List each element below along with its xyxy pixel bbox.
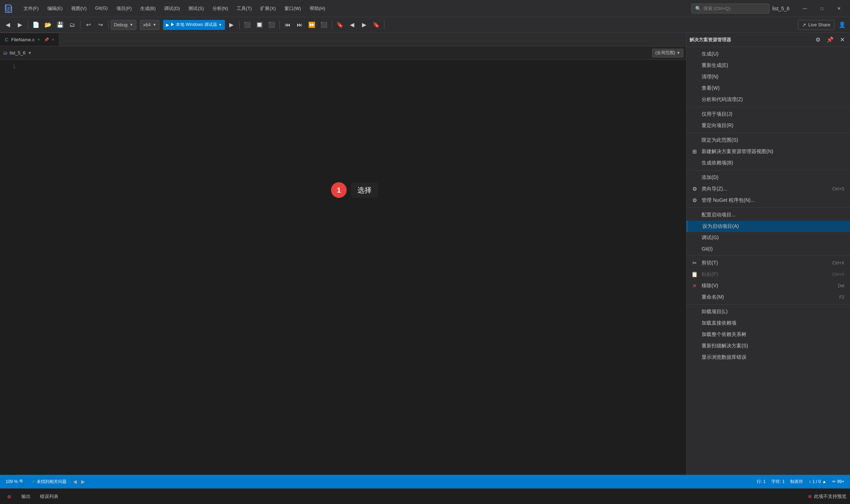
status-errors[interactable]: ✓ 未找到相关问题 xyxy=(30,478,69,485)
close-button[interactable]: ✕ xyxy=(831,3,847,14)
toolbar-btn-extra5[interactable]: ⏭ xyxy=(294,19,305,31)
ctx-debug[interactable]: 调试(G) xyxy=(687,232,850,243)
panel-pin-button[interactable]: 📌 xyxy=(825,35,835,45)
ctx-rescan[interactable]: 重新扫描解决方案(S) xyxy=(687,340,850,352)
run-label: ▶ 本地 Windows 调试器 xyxy=(170,22,217,28)
toolbar-btn-extra6[interactable]: ⏩ xyxy=(306,19,318,31)
ctx-rebuild[interactable]: 重新生成(E) xyxy=(687,60,850,71)
error-list-label: 错误列表 xyxy=(40,494,58,499)
editor-content[interactable]: 1 xyxy=(0,60,686,475)
bookmark-button[interactable]: 🔖 xyxy=(334,19,346,31)
editor-tab-close-icon[interactable]: × xyxy=(37,37,40,42)
save-button[interactable]: 💾 xyxy=(54,19,66,31)
ctx-clean[interactable]: 清理(N) xyxy=(687,71,850,83)
scope-dropdown[interactable]: (全局范围) ▼ xyxy=(652,49,683,57)
ctx-sep-5 xyxy=(687,256,850,256)
menu-edit[interactable]: 编辑(E) xyxy=(44,4,66,13)
output-tab[interactable]: 输出 xyxy=(19,492,33,501)
ctx-paste[interactable]: 📋 粘贴(P) Ctrl+V xyxy=(687,269,850,280)
ctx-analyze-clean[interactable]: 分析和代码清理(Z) xyxy=(687,94,850,105)
remove-icon: ✕ xyxy=(691,283,698,289)
ctx-load-all[interactable]: 加载整个依赖关系树 xyxy=(687,329,850,340)
status-position[interactable]: 行: 1 xyxy=(755,478,768,485)
bookmark-toggle-button[interactable]: 🔖 xyxy=(371,19,382,31)
open-button[interactable]: 📂 xyxy=(42,19,54,31)
profile-button[interactable]: 👤 xyxy=(836,19,848,31)
ctx-new-view[interactable]: ⊞ 新建解决方案资源管理器视图(N) xyxy=(687,146,850,157)
arch-dropdown[interactable]: x64 ▼ xyxy=(140,20,159,30)
live-share-button[interactable]: ↗ Live Share xyxy=(798,20,834,30)
menu-debug[interactable]: 调试(D) xyxy=(161,4,183,13)
ctx-only-project-label: 仅用于项目(J) xyxy=(702,111,844,117)
ctx-only-project[interactable]: 仅用于项目(J) xyxy=(687,109,850,120)
ctx-sep-3 xyxy=(687,170,850,170)
editor-tab-pin[interactable]: 📌 xyxy=(44,37,49,42)
undo-button[interactable]: ↩ xyxy=(83,19,94,31)
ctx-retarget[interactable]: 重定向项目(R) xyxy=(687,120,850,131)
editor-tab-filename[interactable]: C FileName.c × 📌 × xyxy=(0,33,59,46)
ctx-remove[interactable]: ✕ 移除(V) Del xyxy=(687,280,850,292)
status-sort[interactable]: ↕ 1 / 0 ▲ xyxy=(807,478,828,485)
run-extra-button[interactable]: ▶ xyxy=(226,19,237,31)
ctx-view[interactable]: 查看(W) xyxy=(687,83,850,94)
ctx-set-startup[interactable]: 设为启动项目(A) xyxy=(687,221,850,232)
new-file-button[interactable]: 📄 xyxy=(30,19,42,31)
bookmark-prev-button[interactable]: ◀ xyxy=(346,19,358,31)
menu-build[interactable]: 生成(B) xyxy=(137,4,159,13)
menu-help[interactable]: 帮助(H) xyxy=(306,4,329,13)
ctx-rename[interactable]: 重命名(M) F2 xyxy=(687,292,850,303)
minimize-button[interactable]: — xyxy=(797,3,813,14)
menu-view[interactable]: 视图(V) xyxy=(68,4,90,13)
error-list-tab[interactable]: 错误列表 xyxy=(37,492,61,501)
menu-git[interactable]: Git(G) xyxy=(91,4,111,13)
status-char[interactable]: 字符: 1 xyxy=(769,478,787,485)
editor-tab-close2[interactable]: × xyxy=(52,37,54,42)
ctx-set-startup-config[interactable]: 配置启动项目... xyxy=(687,209,850,221)
menu-test[interactable]: 测试(S) xyxy=(185,4,207,13)
scroll-left-icon[interactable]: ◀ xyxy=(72,478,78,485)
menu-tools[interactable]: 工具(T) xyxy=(233,4,256,13)
ctx-add[interactable]: 添加(D) xyxy=(687,172,850,183)
ctx-browse-db[interactable]: 显示浏览数据库错误 xyxy=(687,352,850,363)
run-button[interactable]: ▶ ▶ 本地 Windows 调试器 ▼ xyxy=(163,20,225,30)
forward-button[interactable]: ▶ xyxy=(14,19,26,31)
ctx-cut[interactable]: ✂ 剪切(T) Ctrl+X xyxy=(687,257,850,269)
menu-file[interactable]: 文件(F) xyxy=(20,4,42,13)
ctx-limit-scope[interactable]: 限定为此范围(S) xyxy=(687,135,850,146)
ctx-nuget[interactable]: ⚙ 管理 NuGet 程序包(N)... xyxy=(687,195,850,206)
search-box[interactable]: 🔍 搜索 (Ctrl+Q) xyxy=(691,4,770,14)
menu-project[interactable]: 项目(P) xyxy=(113,4,135,13)
scroll-right-icon[interactable]: ▶ xyxy=(80,478,86,485)
menu-analyze[interactable]: 分析(N) xyxy=(209,4,232,13)
toolbar-btn-extra4[interactable]: ⏮ xyxy=(282,19,293,31)
ctx-git[interactable]: Git(I) xyxy=(687,243,850,254)
ctx-load-direct[interactable]: 加载直接依赖项 xyxy=(687,317,850,329)
toolbar-btn-extra3[interactable]: ⬛ xyxy=(266,19,277,31)
menu-window[interactable]: 窗口(W) xyxy=(281,4,305,13)
redo-button[interactable]: ↪ xyxy=(95,19,106,31)
ctx-unload[interactable]: 卸载项目(L) xyxy=(687,306,850,317)
status-tabs[interactable]: 制表符 xyxy=(788,478,805,485)
maximize-button[interactable]: □ xyxy=(814,3,830,14)
config-dropdown[interactable]: Debug ▼ xyxy=(111,20,136,30)
save-all-button[interactable]: 🗂 xyxy=(67,19,78,31)
class-wizard-icon: ⚙ xyxy=(691,186,698,192)
status-edit[interactable]: ✏ 99+ xyxy=(830,478,846,485)
bookmark-next-button[interactable]: ▶ xyxy=(358,19,370,31)
chevron-right-icon: ▼ xyxy=(28,51,32,56)
toolbar-btn-extra7[interactable]: ⬛ xyxy=(318,19,330,31)
search-placeholder: 搜索 (Ctrl+Q) xyxy=(703,5,730,12)
menu-extend[interactable]: 扩展(X) xyxy=(257,4,279,13)
ctx-build[interactable]: 生成(U) xyxy=(687,48,850,60)
code-area[interactable] xyxy=(21,60,686,475)
status-zoom[interactable]: 109 % 🔍 xyxy=(4,478,27,485)
ctx-add-label: 添加(D) xyxy=(702,174,844,181)
toolbar-btn-extra1[interactable]: ⬛ xyxy=(242,19,253,31)
ctx-gen-dep[interactable]: 生成依赖项(B) xyxy=(687,157,850,169)
panel-close-button[interactable]: ✕ xyxy=(837,35,847,45)
back-button[interactable]: ◀ xyxy=(2,19,14,31)
ctx-class-wizard[interactable]: ⚙ 类向导(Z)... Ctrl+S xyxy=(687,183,850,195)
zoom-icon: 🔍 xyxy=(19,479,25,484)
toolbar-btn-extra2[interactable]: 🔲 xyxy=(254,19,265,31)
panel-settings-button[interactable]: ⚙ xyxy=(813,35,823,45)
